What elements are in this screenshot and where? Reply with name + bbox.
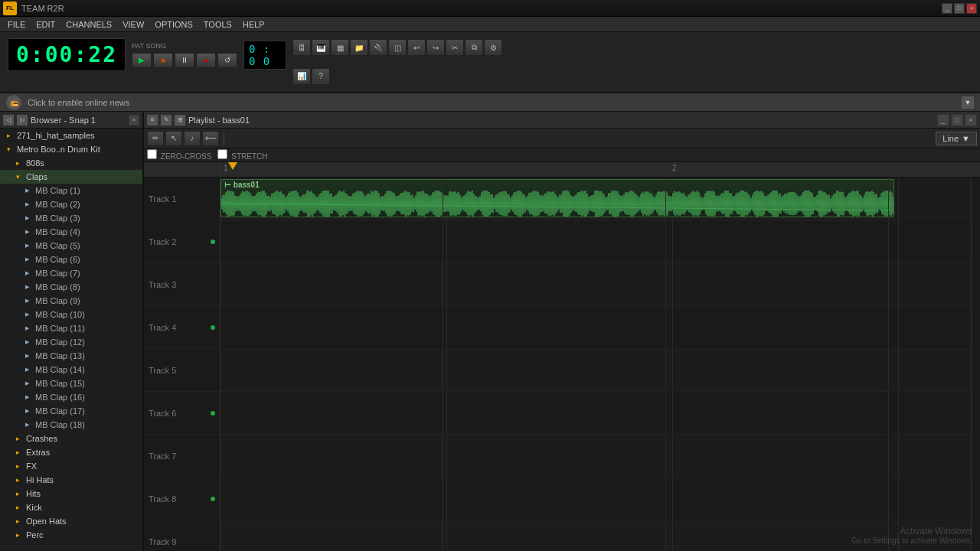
menu-channels[interactable]: CHANNELS [61, 18, 116, 31]
browser-item-perc[interactable]: ▸Perc [0, 528, 142, 542]
browser-item-mb-clap-(16)[interactable]: ▶MB Clap (16) [0, 390, 142, 404]
browser-item-mb-clap-(4)[interactable]: ▶MB Clap (4) [0, 225, 142, 239]
browser-item-mb-clap-(11)[interactable]: ▶MB Clap (11) [0, 321, 142, 335]
step-seq-button[interactable]: ▦ [331, 39, 349, 56]
file-icon: ▶ [21, 337, 32, 347]
close-button[interactable]: × [966, 3, 977, 14]
browser-item-label: MB Clap (6) [35, 255, 80, 264]
track-row-7[interactable] [220, 435, 971, 478]
browser-item-mb-clap-(1)[interactable]: ▶MB Clap (1) [0, 184, 142, 197]
browser-item-kick[interactable]: ▸Kick [0, 500, 142, 514]
plugin-button[interactable]: 🔌 [369, 39, 387, 56]
record-button[interactable]: ● [196, 53, 216, 68]
track-row-8[interactable] [220, 478, 971, 520]
menu-options[interactable]: OPTIONS [150, 18, 198, 31]
track-row-2[interactable] [220, 220, 971, 263]
browser-item-mb-clap-(10)[interactable]: ▶MB Clap (10) [0, 308, 142, 321]
stretch-checkbox[interactable] [217, 149, 227, 159]
pattern-button[interactable]: ◫ [388, 39, 407, 56]
browser-item-808s[interactable]: ▸808s [0, 156, 142, 170]
mixer-button[interactable]: 🎛 [292, 39, 311, 56]
browser-item-mb-clap-(5)[interactable]: ▶MB Clap (5) [0, 239, 142, 253]
browser-item-hits[interactable]: ▸Hits [0, 487, 142, 500]
help-icon-btn[interactable]: ? [312, 68, 330, 85]
redo-button[interactable]: ↪ [426, 39, 445, 56]
ruler-mark-2: 2 [672, 164, 677, 172]
copy-button[interactable]: ⧉ [465, 39, 483, 56]
browser-nav-back[interactable]: ◁ [3, 115, 14, 126]
folder-icon: ▸ [12, 447, 23, 458]
playlist-edit-btn[interactable]: ✎ [161, 115, 172, 126]
browser-item-claps[interactable]: ▾Claps [0, 170, 142, 184]
browser-item-mb-clap-(7)[interactable]: ▶MB Clap (7) [0, 266, 142, 280]
browser-item-mb-clap-(3)[interactable]: ▶MB Clap (3) [0, 211, 142, 225]
browser-item-label: MB Clap (5) [35, 241, 80, 250]
piano-roll-button[interactable]: 🎹 [312, 39, 330, 56]
undo-button[interactable]: ↩ [407, 39, 426, 56]
track-row-1[interactable]: ⊢ bass01 [220, 178, 971, 220]
track-row-9[interactable] [220, 520, 971, 551]
browser-content[interactable]: ▸271_hi_hat_samples▾Metro Boo..n Drum Ki… [0, 129, 142, 551]
menu-tools[interactable]: TOOLS [199, 18, 237, 31]
cpu-button[interactable]: 📊 [292, 68, 311, 85]
settings-button[interactable]: ⚙ [484, 39, 502, 56]
tracks-scrollbar[interactable] [971, 178, 980, 551]
browser-item-mb-clap-(15)[interactable]: ▶MB Clap (15) [0, 377, 142, 390]
browser-item-mb-clap-(8)[interactable]: ▶MB Clap (8) [0, 280, 142, 294]
stop-button[interactable]: ■ [153, 53, 173, 68]
browser-item-mb-clap-(14)[interactable]: ▶MB Clap (14) [0, 363, 142, 377]
browser-item-hi-hats[interactable]: ▸Hi Hats [0, 473, 142, 487]
menu-help[interactable]: HELP [238, 18, 270, 31]
maximize-button[interactable]: □ [954, 3, 965, 14]
pause-button[interactable]: ⏸ [175, 53, 194, 68]
pl-draw-btn[interactable]: ✏ [147, 131, 164, 146]
news-close-button[interactable]: ▼ [962, 96, 974, 109]
play-button[interactable]: ▶ [132, 53, 152, 68]
menu-edit[interactable]: EDIT [31, 18, 60, 31]
browser-item-label: MB Clap (18) [35, 420, 85, 429]
browser-close-button[interactable]: × [129, 115, 139, 126]
browser-button[interactable]: 📁 [350, 39, 368, 56]
folder-icon: ▸ [12, 488, 23, 499]
playlist-menu-btn[interactable]: ≡ [147, 115, 158, 126]
browser-item-mb-clap-(18)[interactable]: ▶MB Clap (18) [0, 418, 142, 432]
browser-item-mb-clap-(2)[interactable]: ▶MB Clap (2) [0, 197, 142, 211]
file-icon: ▶ [21, 392, 32, 403]
browser-item-mb-clap-(17)[interactable]: ▶MB Clap (17) [0, 404, 142, 418]
playlist-close-btn[interactable]: × [965, 114, 977, 126]
mode-dropdown[interactable]: Line ▼ [936, 132, 977, 145]
playlist-grid-btn[interactable]: ⊞ [175, 115, 185, 126]
file-icon: ▶ [21, 309, 32, 320]
browser-item-fx[interactable]: ▸FX [0, 459, 142, 473]
pl-select-btn[interactable]: ↖ [165, 131, 182, 146]
track-row-6[interactable] [220, 392, 971, 435]
playlist-minimize-btn[interactable]: _ [937, 114, 949, 126]
browser-item-open-hats[interactable]: ▸Open Hats [0, 514, 142, 528]
track-row-5[interactable] [220, 349, 971, 392]
news-bar[interactable]: 📻 Click to enable online news ▼ [0, 93, 980, 112]
zero-cross-checkbox[interactable] [147, 149, 157, 159]
track-row-4[interactable] [220, 306, 971, 349]
minimize-button[interactable]: _ [942, 3, 952, 14]
browser-item-mb-clap-(13)[interactable]: ▶MB Clap (13) [0, 349, 142, 363]
menu-view[interactable]: VIEW [118, 18, 149, 31]
bass01-clip[interactable]: ⊢ bass01 [220, 179, 894, 217]
browser-item-mb-clap-(12)[interactable]: ▶MB Clap (12) [0, 335, 142, 349]
browser-item-271_hi_hat_samples[interactable]: ▸271_hi_hat_samples [0, 129, 142, 142]
loop-button[interactable]: ↺ [217, 53, 237, 68]
browser-item-metro-boo..n-drum-kit[interactable]: ▾Metro Boo..n Drum Kit [0, 142, 142, 156]
cut-button[interactable]: ✂ [446, 39, 464, 56]
toolbar-icons: 🎛 🎹 ▦ 📁 🔌 ◫ ↩ ↪ ✂ ⧉ ⚙ 📊 ? [291, 32, 521, 92]
track-row-3[interactable] [220, 263, 971, 306]
browser-item-crashes[interactable]: ▸Crashes [0, 432, 142, 445]
browser-nav-fwd[interactable]: ▷ [17, 115, 28, 126]
playlist-maximize-btn[interactable]: □ [951, 114, 963, 126]
menu-file[interactable]: FILE [3, 18, 30, 31]
track-name-2: Track 2 [149, 237, 176, 246]
pl-notes-btn[interactable]: ♪ [184, 131, 201, 146]
browser-item-mb-clap-(6)[interactable]: ▶MB Clap (6) [0, 253, 142, 266]
browser-item-mb-clap-(9)[interactable]: ▶MB Clap (9) [0, 294, 142, 308]
pl-zoom-btn[interactable]: ⟵ [202, 131, 219, 146]
browser-item-extras[interactable]: ▸Extras [0, 445, 142, 459]
track-name-8: Track 8 [149, 494, 176, 504]
